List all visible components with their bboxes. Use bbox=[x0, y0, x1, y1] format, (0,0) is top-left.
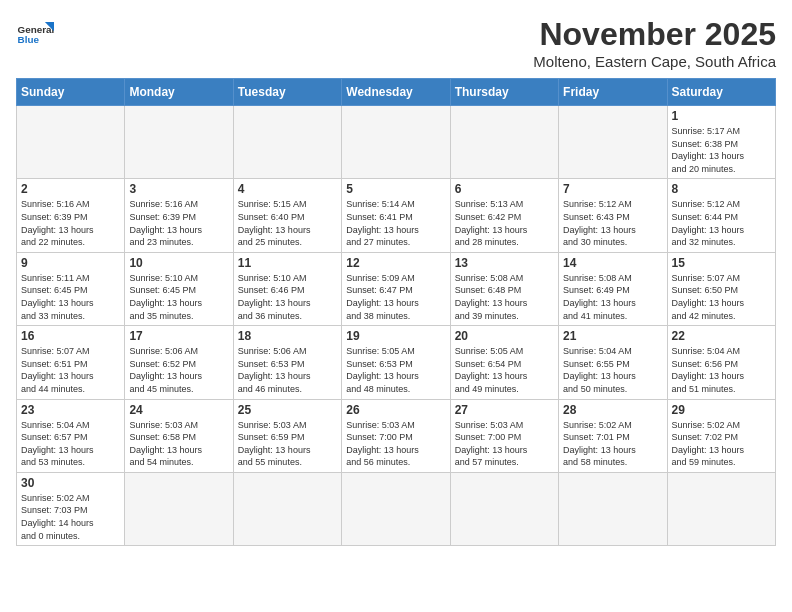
day-info: Sunrise: 5:02 AM Sunset: 7:03 PM Dayligh… bbox=[21, 492, 120, 542]
weekday-header-friday: Friday bbox=[559, 79, 667, 106]
weekday-header-saturday: Saturday bbox=[667, 79, 775, 106]
day-info: Sunrise: 5:05 AM Sunset: 6:53 PM Dayligh… bbox=[346, 345, 445, 395]
day-info: Sunrise: 5:02 AM Sunset: 7:01 PM Dayligh… bbox=[563, 419, 662, 469]
weekday-header-row: SundayMondayTuesdayWednesdayThursdayFrid… bbox=[17, 79, 776, 106]
day-number: 13 bbox=[455, 256, 554, 270]
location-title: Molteno, Eastern Cape, South Africa bbox=[533, 53, 776, 70]
calendar-cell: 6Sunrise: 5:13 AM Sunset: 6:42 PM Daylig… bbox=[450, 179, 558, 252]
calendar-cell bbox=[450, 472, 558, 545]
day-info: Sunrise: 5:16 AM Sunset: 6:39 PM Dayligh… bbox=[21, 198, 120, 248]
day-info: Sunrise: 5:03 AM Sunset: 6:58 PM Dayligh… bbox=[129, 419, 228, 469]
calendar-cell: 27Sunrise: 5:03 AM Sunset: 7:00 PM Dayli… bbox=[450, 399, 558, 472]
day-info: Sunrise: 5:07 AM Sunset: 6:50 PM Dayligh… bbox=[672, 272, 771, 322]
calendar-cell bbox=[667, 472, 775, 545]
calendar-cell bbox=[559, 472, 667, 545]
day-info: Sunrise: 5:15 AM Sunset: 6:40 PM Dayligh… bbox=[238, 198, 337, 248]
calendar-cell: 19Sunrise: 5:05 AM Sunset: 6:53 PM Dayli… bbox=[342, 326, 450, 399]
day-number: 10 bbox=[129, 256, 228, 270]
weekday-header-wednesday: Wednesday bbox=[342, 79, 450, 106]
day-info: Sunrise: 5:16 AM Sunset: 6:39 PM Dayligh… bbox=[129, 198, 228, 248]
calendar-cell: 25Sunrise: 5:03 AM Sunset: 6:59 PM Dayli… bbox=[233, 399, 341, 472]
day-number: 4 bbox=[238, 182, 337, 196]
calendar-cell: 15Sunrise: 5:07 AM Sunset: 6:50 PM Dayli… bbox=[667, 252, 775, 325]
page-header: General Blue November 2025 Molteno, East… bbox=[16, 16, 776, 70]
calendar-cell: 11Sunrise: 5:10 AM Sunset: 6:46 PM Dayli… bbox=[233, 252, 341, 325]
calendar-cell: 1Sunrise: 5:17 AM Sunset: 6:38 PM Daylig… bbox=[667, 106, 775, 179]
logo-svg: General Blue bbox=[16, 16, 54, 54]
calendar-cell bbox=[125, 472, 233, 545]
calendar-cell: 14Sunrise: 5:08 AM Sunset: 6:49 PM Dayli… bbox=[559, 252, 667, 325]
calendar-cell bbox=[559, 106, 667, 179]
calendar-cell: 16Sunrise: 5:07 AM Sunset: 6:51 PM Dayli… bbox=[17, 326, 125, 399]
month-title: November 2025 bbox=[533, 16, 776, 53]
calendar-cell: 21Sunrise: 5:04 AM Sunset: 6:55 PM Dayli… bbox=[559, 326, 667, 399]
day-info: Sunrise: 5:11 AM Sunset: 6:45 PM Dayligh… bbox=[21, 272, 120, 322]
day-number: 6 bbox=[455, 182, 554, 196]
day-number: 15 bbox=[672, 256, 771, 270]
calendar-cell: 30Sunrise: 5:02 AM Sunset: 7:03 PM Dayli… bbox=[17, 472, 125, 545]
weekday-header-sunday: Sunday bbox=[17, 79, 125, 106]
day-info: Sunrise: 5:04 AM Sunset: 6:55 PM Dayligh… bbox=[563, 345, 662, 395]
calendar-cell: 23Sunrise: 5:04 AM Sunset: 6:57 PM Dayli… bbox=[17, 399, 125, 472]
calendar-cell: 4Sunrise: 5:15 AM Sunset: 6:40 PM Daylig… bbox=[233, 179, 341, 252]
day-info: Sunrise: 5:12 AM Sunset: 6:43 PM Dayligh… bbox=[563, 198, 662, 248]
day-number: 27 bbox=[455, 403, 554, 417]
day-number: 14 bbox=[563, 256, 662, 270]
day-number: 11 bbox=[238, 256, 337, 270]
day-number: 30 bbox=[21, 476, 120, 490]
day-info: Sunrise: 5:03 AM Sunset: 7:00 PM Dayligh… bbox=[346, 419, 445, 469]
calendar-cell: 24Sunrise: 5:03 AM Sunset: 6:58 PM Dayli… bbox=[125, 399, 233, 472]
day-number: 12 bbox=[346, 256, 445, 270]
day-info: Sunrise: 5:08 AM Sunset: 6:48 PM Dayligh… bbox=[455, 272, 554, 322]
calendar-cell bbox=[233, 472, 341, 545]
calendar-cell: 17Sunrise: 5:06 AM Sunset: 6:52 PM Dayli… bbox=[125, 326, 233, 399]
calendar-week-row: 23Sunrise: 5:04 AM Sunset: 6:57 PM Dayli… bbox=[17, 399, 776, 472]
title-area: November 2025 Molteno, Eastern Cape, Sou… bbox=[533, 16, 776, 70]
day-number: 2 bbox=[21, 182, 120, 196]
calendar-week-row: 16Sunrise: 5:07 AM Sunset: 6:51 PM Dayli… bbox=[17, 326, 776, 399]
calendar-cell: 5Sunrise: 5:14 AM Sunset: 6:41 PM Daylig… bbox=[342, 179, 450, 252]
day-info: Sunrise: 5:02 AM Sunset: 7:02 PM Dayligh… bbox=[672, 419, 771, 469]
calendar-cell: 26Sunrise: 5:03 AM Sunset: 7:00 PM Dayli… bbox=[342, 399, 450, 472]
day-number: 9 bbox=[21, 256, 120, 270]
day-number: 8 bbox=[672, 182, 771, 196]
calendar-week-row: 1Sunrise: 5:17 AM Sunset: 6:38 PM Daylig… bbox=[17, 106, 776, 179]
day-number: 26 bbox=[346, 403, 445, 417]
calendar-cell: 9Sunrise: 5:11 AM Sunset: 6:45 PM Daylig… bbox=[17, 252, 125, 325]
day-info: Sunrise: 5:07 AM Sunset: 6:51 PM Dayligh… bbox=[21, 345, 120, 395]
day-info: Sunrise: 5:06 AM Sunset: 6:53 PM Dayligh… bbox=[238, 345, 337, 395]
day-number: 3 bbox=[129, 182, 228, 196]
calendar-cell: 13Sunrise: 5:08 AM Sunset: 6:48 PM Dayli… bbox=[450, 252, 558, 325]
calendar-cell: 29Sunrise: 5:02 AM Sunset: 7:02 PM Dayli… bbox=[667, 399, 775, 472]
day-info: Sunrise: 5:17 AM Sunset: 6:38 PM Dayligh… bbox=[672, 125, 771, 175]
day-number: 29 bbox=[672, 403, 771, 417]
calendar-week-row: 30Sunrise: 5:02 AM Sunset: 7:03 PM Dayli… bbox=[17, 472, 776, 545]
day-number: 21 bbox=[563, 329, 662, 343]
day-info: Sunrise: 5:03 AM Sunset: 6:59 PM Dayligh… bbox=[238, 419, 337, 469]
day-number: 23 bbox=[21, 403, 120, 417]
calendar-cell bbox=[450, 106, 558, 179]
day-info: Sunrise: 5:10 AM Sunset: 6:45 PM Dayligh… bbox=[129, 272, 228, 322]
calendar-cell: 10Sunrise: 5:10 AM Sunset: 6:45 PM Dayli… bbox=[125, 252, 233, 325]
calendar-cell: 28Sunrise: 5:02 AM Sunset: 7:01 PM Dayli… bbox=[559, 399, 667, 472]
weekday-header-monday: Monday bbox=[125, 79, 233, 106]
calendar-cell: 18Sunrise: 5:06 AM Sunset: 6:53 PM Dayli… bbox=[233, 326, 341, 399]
day-number: 25 bbox=[238, 403, 337, 417]
day-number: 16 bbox=[21, 329, 120, 343]
calendar-cell: 20Sunrise: 5:05 AM Sunset: 6:54 PM Dayli… bbox=[450, 326, 558, 399]
calendar-cell: 7Sunrise: 5:12 AM Sunset: 6:43 PM Daylig… bbox=[559, 179, 667, 252]
day-info: Sunrise: 5:10 AM Sunset: 6:46 PM Dayligh… bbox=[238, 272, 337, 322]
day-info: Sunrise: 5:03 AM Sunset: 7:00 PM Dayligh… bbox=[455, 419, 554, 469]
logo: General Blue bbox=[16, 16, 54, 54]
day-number: 1 bbox=[672, 109, 771, 123]
calendar-week-row: 9Sunrise: 5:11 AM Sunset: 6:45 PM Daylig… bbox=[17, 252, 776, 325]
weekday-header-thursday: Thursday bbox=[450, 79, 558, 106]
day-number: 28 bbox=[563, 403, 662, 417]
day-number: 20 bbox=[455, 329, 554, 343]
calendar-cell bbox=[125, 106, 233, 179]
day-number: 24 bbox=[129, 403, 228, 417]
day-info: Sunrise: 5:06 AM Sunset: 6:52 PM Dayligh… bbox=[129, 345, 228, 395]
calendar-cell bbox=[342, 472, 450, 545]
calendar-cell bbox=[17, 106, 125, 179]
day-info: Sunrise: 5:12 AM Sunset: 6:44 PM Dayligh… bbox=[672, 198, 771, 248]
